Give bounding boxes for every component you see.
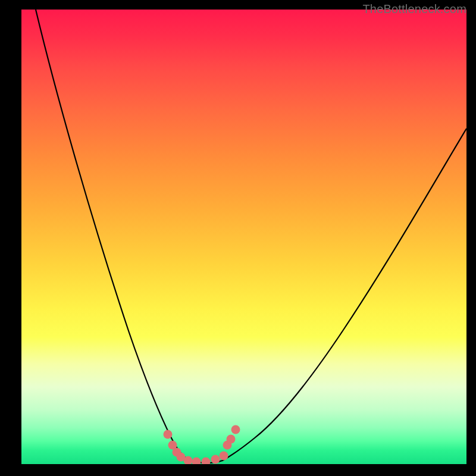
curve-group (36, 10, 466, 463)
chart-svg (21, 10, 466, 464)
left-curve (36, 10, 189, 461)
plot-area (21, 10, 466, 464)
data-marker (164, 430, 173, 439)
data-marker (211, 455, 220, 464)
data-marker (231, 425, 240, 434)
right-curve (223, 129, 466, 461)
marker-group (164, 425, 240, 465)
data-marker (192, 458, 201, 465)
data-marker (227, 435, 236, 444)
data-marker (202, 458, 211, 465)
chart-frame: TheBottleneck.com (0, 0, 476, 476)
data-marker (220, 452, 228, 461)
watermark-text: TheBottleneck.com (362, 2, 466, 16)
